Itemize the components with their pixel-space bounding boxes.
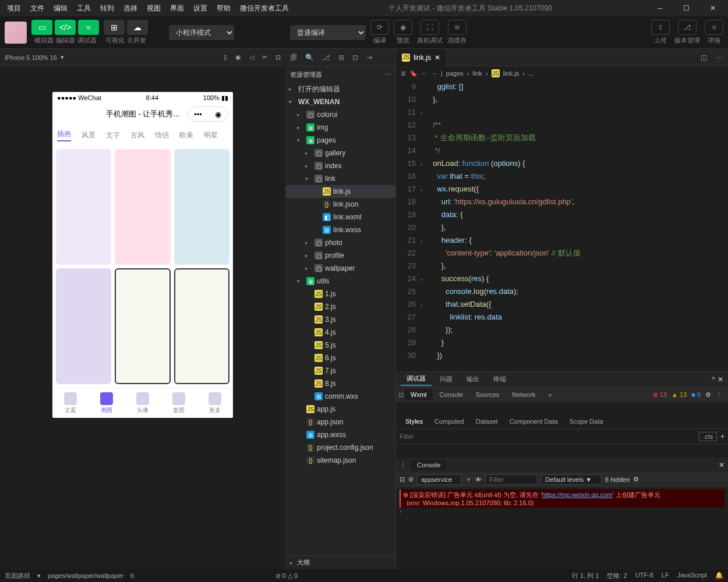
cls-toggle[interactable]: .cls [699,432,717,441]
console-close-icon[interactable]: ✕ [719,461,725,469]
sim-more-icon[interactable]: ⊡ [275,54,281,61]
error-badge[interactable]: ⊗ 13 [653,391,667,399]
phone-category-tabs[interactable]: 插画 风景 文字 古风 情侣 欧美 明星 [52,125,233,146]
context-select[interactable]: appservice [417,474,462,485]
console-prompt[interactable]: › [400,508,725,514]
project-root[interactable]: ▾WX_WENAN [285,95,395,108]
breadcrumb[interactable]: ≣ 🔖 ← → | pages › link › JS link.js › ..… [396,66,728,80]
tree-node-comm.wxs[interactable]: ⊞comm.wxs [285,390,395,403]
menu-file[interactable]: 文件 [26,1,49,16]
tab-output[interactable]: 输出 [461,373,485,385]
clearcache-button[interactable]: ≋ [448,20,467,35]
style-filter-input[interactable] [400,433,695,440]
tree-node-link[interactable]: ▾▢link [285,172,395,185]
cursor-pos[interactable]: 行 1, 列 1 [572,572,599,580]
tree-node-img[interactable]: ▸▣img [285,121,395,134]
devtab-sources[interactable]: Sources [470,389,505,400]
nav-fwd-icon[interactable]: → [431,70,437,77]
tree-node-index[interactable]: ▸▢index [285,159,395,172]
problems-stats[interactable]: ⊘ 0 △ 0 [275,572,298,580]
tree-node-profile[interactable]: ▸▢profile [285,249,395,262]
files-icon[interactable]: 🗐 [290,54,297,62]
tree-node-wallpaper[interactable]: ▸▢wallpaper [285,262,395,275]
chevron-up-icon[interactable]: ^ [712,375,715,384]
menu-edit[interactable]: 编辑 [49,1,72,16]
tree-node-link.js[interactable]: JSlink.js [285,185,395,198]
editor-button[interactable]: </> [55,20,76,35]
wallpaper-card[interactable] [115,268,170,384]
menu-help[interactable]: 帮助 [212,1,235,16]
visualize-button[interactable]: ⊞ [104,20,125,35]
editor-more-icon[interactable]: ⋯ [712,54,728,62]
menu-project[interactable]: 项目 [2,1,26,16]
ext-icon[interactable]: ⊞ [338,54,344,62]
nav-back-icon[interactable]: ← [421,70,427,77]
maximize-button[interactable]: ☐ [673,0,699,16]
console-gear-icon[interactable]: ⚙ [633,475,639,483]
wallpaper-card[interactable] [56,149,111,265]
computed-tab[interactable]: Computed [430,416,469,427]
mute-icon[interactable]: ◁ [249,54,254,61]
cut-icon[interactable]: ✂ [262,54,267,61]
page-path[interactable]: pages/wallpaper/wallpaper [48,572,123,579]
console-tab[interactable]: Console [411,460,446,470]
info-badge[interactable]: ■ 6 [691,391,701,398]
dbg-more-icon[interactable]: ⋮ [716,391,722,399]
add-style-icon[interactable]: + [720,432,725,441]
dataset-tab[interactable]: Dataset [471,416,503,427]
devtab-network[interactable]: Network [506,389,541,400]
menu-ui[interactable]: 界面 [165,1,189,16]
devtab-console[interactable]: Console [434,389,469,400]
tree-node-utils[interactable]: ▾▣utils [285,275,395,288]
upload-button[interactable]: ⇧ [651,20,670,35]
wallpaper-card[interactable] [56,268,111,384]
bookmark-icon[interactable]: 🔖 [409,70,418,77]
tree-node-4.js[interactable]: JS4.js [285,326,395,339]
close-button[interactable]: ✕ [699,0,726,16]
tree-node-6.js[interactable]: JS6.js [285,352,395,364]
compile-select[interactable]: 普通编译 [290,25,366,40]
inspect-icon[interactable]: ⊡ [398,391,404,399]
devtab-more[interactable]: » [543,389,558,400]
debugger-button[interactable]: ≈ [78,20,99,35]
tree-node-1.js[interactable]: JS1.js [285,288,395,300]
tab-problems[interactable]: 问题 [434,373,458,385]
tab-terminal[interactable]: 终端 [487,373,512,385]
menu-goto[interactable]: 转到 [96,1,119,16]
device-icon[interactable]: ▯ [224,54,227,61]
tree-node-app.js[interactable]: JSapp.js [285,403,395,416]
close-tab-icon[interactable]: ✕ [434,54,440,62]
menu-select[interactable]: 选择 [119,1,142,16]
tab-debugger[interactable]: 调试器 [401,372,432,386]
branch-icon[interactable]: ⎇ [322,54,330,62]
devtab-wxml[interactable]: Wxml [405,389,433,400]
lang-mode[interactable]: JavaScript [677,572,707,580]
tree-node-2.js[interactable]: JS2.js [285,300,395,313]
tree-node-app.wxss[interactable]: ⊞app.wxss [285,428,395,441]
detail-button[interactable]: ≡ [705,20,723,35]
menu-settings[interactable]: 设置 [189,1,212,16]
tree-node-gallery[interactable]: ▸▢gallery [285,147,395,159]
tree-node-project.config.json[interactable]: {}project.config.json [285,441,395,454]
explorer-more-icon[interactable]: ⋯ [384,71,391,79]
version-button[interactable]: ⎇ [678,20,697,35]
tree-node-link.wxml[interactable]: ◧link.wxml [285,211,395,223]
wallpaper-card[interactable] [115,149,170,265]
outline-section[interactable]: ▸大纲 [285,555,395,569]
record-icon[interactable]: ◉ [235,54,241,61]
code-editor[interactable]: 91011⌄12131415⌄1617⌄18192021⌄222324⌄2526… [396,80,728,371]
wallpaper-card[interactable] [174,149,229,265]
menu-view[interactable]: 视图 [142,1,165,16]
tree-node-5.js[interactable]: JS5.js [285,339,395,352]
ext3-icon[interactable]: ⇥ [366,54,372,62]
tree-node-3.js[interactable]: JS3.js [285,313,395,326]
tree-node-sitemap.json[interactable]: {}sitemap.json [285,454,395,467]
editor-tab[interactable]: JS link.js ✕ [396,49,447,66]
tree-node-colorui[interactable]: ▸▢colorui [285,108,395,121]
styles-tab[interactable]: Styles [401,416,427,427]
phone-simulator[interactable]: ●●●●● WeChat 8:44 100% ▮▮ 手机潮图 - 让手机秀...… [52,92,233,418]
console-filter-input[interactable] [485,474,538,485]
tree-node-app.json[interactable]: {}app.json [285,416,395,428]
ext2-icon[interactable]: ⊡ [352,54,358,62]
wallpaper-card[interactable] [174,268,229,384]
